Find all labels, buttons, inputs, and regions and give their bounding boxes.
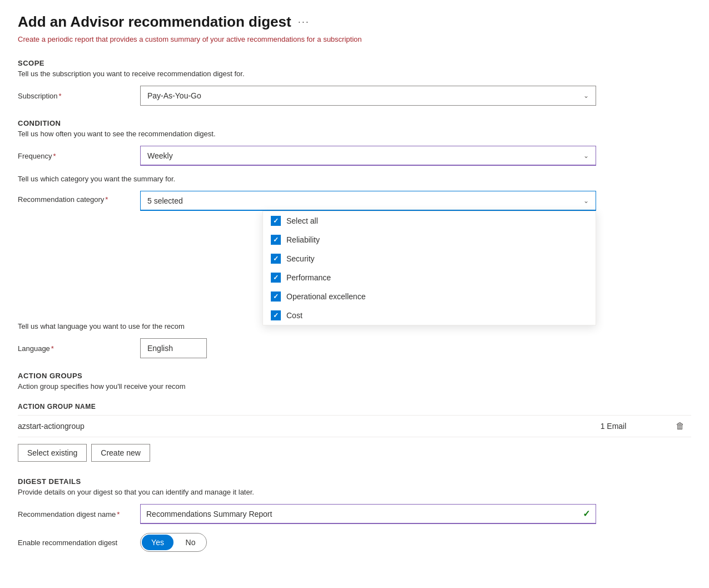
checkbox-reliability: ✓	[271, 235, 281, 245]
language-section: Tell us what language you want to use fo…	[18, 322, 691, 358]
digest-details-section: DIGEST DETAILS Provide details on your d…	[18, 477, 691, 552]
delete-action-group-button[interactable]: 🗑	[669, 421, 691, 431]
action-group-column-header: ACTION GROUP NAME	[18, 398, 691, 416]
frequency-dropdown[interactable]: Weekly ⌄	[140, 146, 596, 166]
checkbox-cost: ✓	[271, 310, 281, 320]
toggle-yes-option[interactable]: Yes	[142, 535, 173, 550]
check-icon: ✓	[583, 508, 590, 519]
category-control: 5 selected ⌄ ✓ Select all ✓ Reliability …	[140, 191, 596, 211]
category-dropdown-menu: ✓ Select all ✓ Reliability ✓ Security ✓ …	[262, 211, 596, 325]
enable-digest-label: Enable recommendation digest	[18, 538, 140, 547]
subscription-row: Subscription* Pay-As-You-Go ⌄	[18, 86, 691, 106]
chevron-down-icon: ⌄	[583, 92, 589, 100]
page-subtitle: Create a periodic report that provides a…	[18, 35, 691, 43]
category-desc-text: Tell us which category you want the summ…	[18, 175, 691, 183]
toggle-no-option[interactable]: No	[175, 533, 206, 551]
category-label: Recommendation category*	[18, 191, 140, 204]
category-row: Recommendation category* 5 selected ⌄ ✓ …	[18, 191, 691, 211]
frequency-label: Frequency*	[18, 152, 140, 160]
scope-label: SCOPE	[18, 59, 691, 67]
dropdown-item-cost[interactable]: ✓ Cost	[263, 306, 596, 325]
table-row: azstart-actiongroup 1 Email 🗑	[18, 416, 691, 437]
dropdown-item-security[interactable]: ✓ Security	[263, 249, 596, 268]
action-groups-description: Action group specifies how you'll receiv…	[18, 382, 691, 391]
language-control: English	[140, 338, 596, 358]
checkbox-select-all: ✓	[271, 216, 281, 226]
frequency-control: Weekly ⌄	[140, 146, 596, 166]
digest-name-label: Recommendation digest name*	[18, 510, 140, 518]
enable-digest-control: Yes No	[140, 533, 596, 552]
action-groups-section: ACTION GROUPS Action group specifies how…	[18, 372, 691, 462]
subscription-dropdown[interactable]: Pay-As-You-Go ⌄	[140, 86, 596, 106]
action-group-name: azstart-actiongroup	[18, 422, 558, 431]
select-existing-button[interactable]: Select existing	[18, 444, 87, 462]
condition-description: Tell us how often you want to see the re…	[18, 130, 691, 138]
action-groups-label: ACTION GROUPS	[18, 372, 691, 380]
digest-name-row: Recommendation digest name* Recommendati…	[18, 504, 691, 524]
language-row: Language* English	[18, 338, 691, 358]
condition-section: CONDITION Tell us how often you want to …	[18, 119, 691, 358]
page-title: Add an Advisor recommendation digest	[18, 13, 291, 31]
action-group-buttons: Select existing Create new	[18, 444, 691, 462]
enable-digest-row: Enable recommendation digest Yes No	[18, 533, 691, 552]
chevron-down-icon: ⌄	[583, 197, 589, 205]
scope-section: SCOPE Tell us the subscription you want …	[18, 59, 691, 106]
dropdown-item-operational-excellence[interactable]: ✓ Operational excellence	[263, 287, 596, 306]
condition-label: CONDITION	[18, 119, 691, 127]
checkbox-security: ✓	[271, 254, 281, 264]
frequency-row: Frequency* Weekly ⌄	[18, 146, 691, 166]
action-group-email: 1 Email	[558, 422, 669, 431]
scope-description: Tell us the subscription you want to rec…	[18, 70, 691, 78]
category-dropdown[interactable]: 5 selected ⌄	[140, 191, 596, 211]
digest-name-value: Recommendations Summary Report	[146, 510, 583, 518]
digest-details-description: Provide details on your digest so that y…	[18, 488, 691, 496]
language-dropdown[interactable]: English	[140, 338, 207, 358]
dropdown-item-reliability[interactable]: ✓ Reliability	[263, 230, 596, 249]
create-new-button[interactable]: Create new	[91, 444, 150, 462]
subscription-control: Pay-As-You-Go ⌄	[140, 86, 596, 106]
title-dots: ···	[298, 16, 310, 28]
checkbox-operational-excellence: ✓	[271, 291, 281, 302]
page-title-container: Add an Advisor recommendation digest ···	[18, 13, 691, 31]
dropdown-item-select-all[interactable]: ✓ Select all	[263, 211, 596, 230]
dropdown-item-performance[interactable]: ✓ Performance	[263, 268, 596, 287]
digest-name-control: Recommendations Summary Report ✓	[140, 504, 596, 524]
digest-details-label: DIGEST DETAILS	[18, 477, 691, 486]
digest-name-input-container[interactable]: Recommendations Summary Report ✓	[140, 504, 596, 524]
subscription-label: Subscription*	[18, 92, 140, 100]
enable-digest-toggle[interactable]: Yes No	[140, 533, 207, 552]
language-label: Language*	[18, 344, 140, 353]
trash-icon: 🗑	[676, 421, 685, 431]
chevron-down-icon: ⌄	[583, 152, 589, 160]
checkbox-performance: ✓	[271, 273, 281, 283]
